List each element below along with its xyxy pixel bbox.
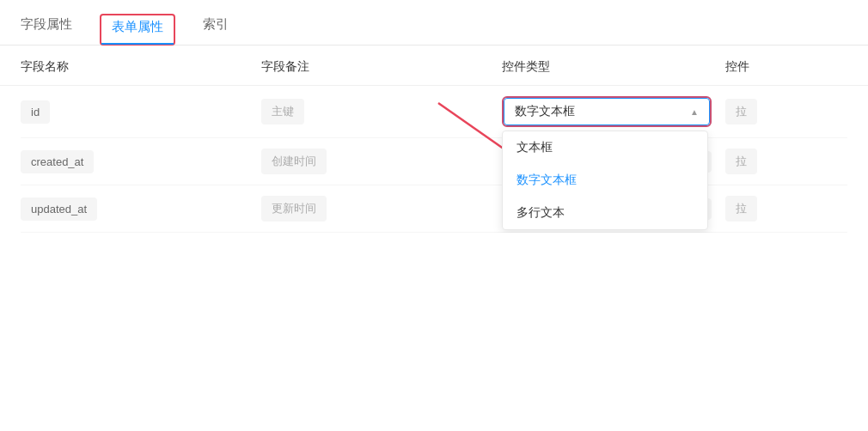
cell-field-name: created_at	[21, 150, 261, 173]
cell-control: 拉	[725, 99, 847, 124]
field-name-tag: id	[21, 100, 50, 124]
control-placeholder: 拉	[725, 149, 757, 174]
cell-field-name: id	[21, 100, 261, 124]
cell-field-name: updated_at	[21, 197, 261, 221]
table-row: id 主键 数字文本框 ▲ 文本框 数字文本框 多行文本	[21, 86, 847, 138]
table-row: updated_at 更新时间 ▼ 拉	[21, 185, 847, 233]
control-placeholder: 拉	[725, 196, 757, 222]
tab-index[interactable]: 索引	[203, 16, 229, 43]
table-row: created_at 创建时间 ▼ 拉	[21, 138, 847, 185]
dropdown-menu: 文本框 数字文本框 多行文本	[502, 131, 708, 230]
select-value: 数字文本框	[515, 104, 575, 119]
field-comment-tag: 更新时间	[261, 196, 327, 222]
select-arrow-icon: ▲	[690, 107, 699, 117]
cell-control: 拉	[725, 196, 847, 222]
col-header-control-type: 控件类型	[502, 59, 725, 75]
cell-control-type[interactable]: 数字文本框 ▲ 文本框 数字文本框 多行文本	[502, 96, 725, 127]
dropdown-item-text[interactable]: 文本框	[503, 131, 707, 164]
field-comment-tag: 创建时间	[261, 149, 327, 174]
control-placeholder: 拉	[725, 99, 757, 124]
control-type-highlight: 数字文本框 ▲	[502, 96, 712, 127]
cell-field-comment: 创建时间	[261, 149, 502, 174]
cell-field-comment: 更新时间	[261, 196, 502, 222]
col-header-field-name: 字段名称	[21, 59, 261, 75]
col-header-field-comment: 字段备注	[261, 59, 502, 75]
table-header: 字段名称 字段备注 控件类型 控件	[0, 46, 868, 86]
field-name-tag: updated_at	[21, 197, 97, 221]
field-comment-tag: 主键	[261, 99, 304, 124]
dropdown-item-number[interactable]: 数字文本框	[503, 164, 707, 197]
col-header-control: 控件	[725, 59, 847, 75]
tabs-container: 字段属性 表单属性 索引	[0, 0, 868, 46]
field-name-tag: created_at	[21, 150, 94, 173]
cell-control: 拉	[725, 149, 847, 174]
control-type-select[interactable]: 数字文本框 ▲	[504, 98, 710, 125]
tab-form[interactable]: 表单属性	[100, 14, 175, 46]
dropdown-item-multiline[interactable]: 多行文本	[503, 197, 707, 229]
cell-field-comment: 主键	[261, 99, 502, 124]
table-body: id 主键 数字文本框 ▲ 文本框 数字文本框 多行文本	[0, 86, 868, 233]
tab-fields[interactable]: 字段属性	[21, 16, 72, 43]
